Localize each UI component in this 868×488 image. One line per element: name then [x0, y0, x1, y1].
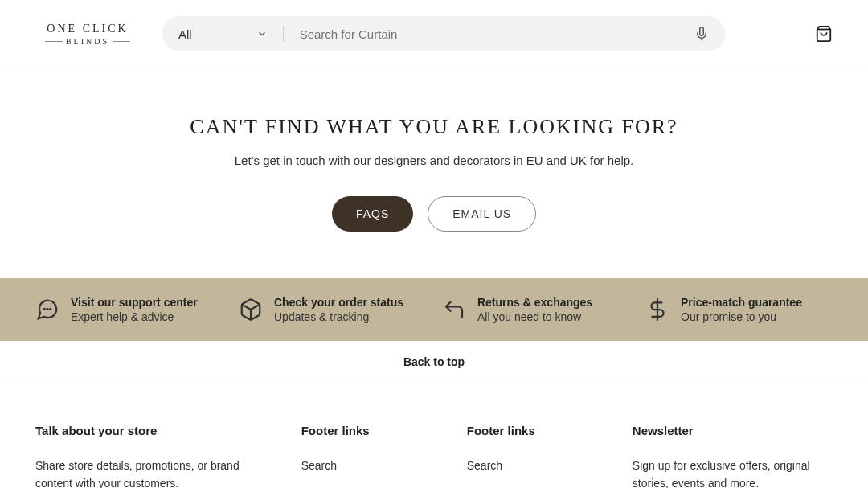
- chevron-down-icon: [256, 28, 268, 39]
- footer-col-links-2: Footer links Search: [467, 424, 600, 488]
- feature-order-status[interactable]: Check your order status Updates & tracki…: [239, 296, 426, 323]
- feature-returns[interactable]: Returns & exchanges All you need to know: [442, 296, 629, 323]
- logo-text-line1: ONE CLICK: [47, 23, 128, 35]
- bag-icon[interactable]: [815, 25, 833, 43]
- svg-point-2: [44, 309, 45, 310]
- footer-body: Share store details, promotions, or bran…: [35, 457, 269, 488]
- footer-heading: Footer links: [301, 424, 435, 437]
- chat-icon: [35, 297, 59, 322]
- microphone-icon[interactable]: [678, 27, 725, 41]
- footer-link-search[interactable]: Search: [301, 459, 337, 472]
- footer: Talk about your store Share store detail…: [0, 383, 868, 488]
- footer-heading: Newsletter: [633, 424, 833, 437]
- hero-subtitle: Let's get in touch with our designers an…: [16, 154, 852, 167]
- feature-price-match[interactable]: Price-match guarantee Our promise to you: [645, 296, 833, 323]
- footer-col-about: Talk about your store Share store detail…: [35, 424, 269, 488]
- feature-sub: Our promise to you: [681, 310, 802, 323]
- email-us-button[interactable]: EMAIL US: [428, 196, 536, 232]
- footer-link-search[interactable]: Search: [467, 459, 502, 472]
- logo-text-line2: BLINDS: [66, 37, 109, 46]
- footer-col-newsletter: Newsletter Sign up for exclusive offers,…: [633, 424, 833, 488]
- footer-body: Sign up for exclusive offers, original s…: [633, 457, 833, 488]
- feature-title: Returns & exchanges: [477, 296, 592, 309]
- search-category-select[interactable]: All: [162, 16, 284, 51]
- search-category-label: All: [178, 27, 192, 41]
- header: ONE CLICK BLINDS All: [0, 0, 868, 68]
- feature-title: Price-match guarantee: [681, 296, 802, 309]
- features-bar: Visit our support center Expert help & a…: [0, 278, 868, 341]
- faqs-button[interactable]: FAQS: [332, 196, 413, 232]
- feature-sub: All you need to know: [477, 310, 592, 323]
- back-to-top-button[interactable]: Back to top: [0, 341, 868, 383]
- footer-heading: Footer links: [467, 424, 600, 437]
- feature-title: Visit our support center: [71, 296, 198, 309]
- footer-col-links-1: Footer links Search: [301, 424, 435, 488]
- dollar-icon: [645, 297, 669, 322]
- search-bar: All: [162, 16, 725, 51]
- search-input[interactable]: [284, 27, 678, 41]
- package-icon: [239, 297, 263, 322]
- hero-title: CAN'T FIND WHAT YOU ARE LOOKING FOR?: [16, 115, 852, 139]
- feature-sub: Expert help & advice: [71, 310, 198, 323]
- svg-point-4: [50, 309, 51, 310]
- logo[interactable]: ONE CLICK BLINDS: [35, 19, 140, 48]
- hero-section: CAN'T FIND WHAT YOU ARE LOOKING FOR? Let…: [0, 68, 868, 278]
- return-arrow-icon: [442, 297, 466, 322]
- feature-support[interactable]: Visit our support center Expert help & a…: [35, 296, 223, 323]
- feature-title: Check your order status: [274, 296, 403, 309]
- svg-point-3: [47, 309, 47, 310]
- feature-sub: Updates & tracking: [274, 310, 403, 323]
- footer-heading: Talk about your store: [35, 424, 269, 437]
